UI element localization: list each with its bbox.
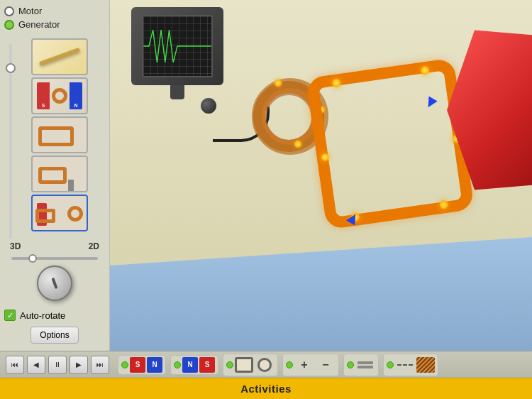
osc-wave-svg	[143, 16, 211, 76]
rotation-knob[interactable]	[37, 266, 72, 301]
coil-circle-button[interactable]	[255, 356, 275, 374]
indicator-dot-2	[174, 361, 181, 368]
thumbnail-item-4[interactable]	[31, 195, 88, 231]
osc-screen	[142, 15, 213, 77]
loop-glow-2	[420, 65, 430, 75]
magnet-n-button[interactable]: N	[147, 357, 162, 373]
minus-charge-button[interactable]: −	[316, 356, 336, 374]
activities-label[interactable]: Activities	[240, 383, 292, 395]
canvas-area: ▼ ▼	[110, 0, 532, 351]
dim-slider-track[interactable]	[11, 257, 98, 260]
auto-rotate-label: Auto-rotate	[20, 310, 65, 321]
tool-group-coil	[223, 354, 278, 376]
magnet-s-button[interactable]: S	[130, 357, 145, 373]
indicator-dot-4	[286, 361, 293, 368]
loop-rect-button[interactable]	[235, 357, 253, 373]
rotation-knob-area	[4, 266, 105, 301]
loop-glow-4	[439, 200, 449, 210]
oscilloscope	[131, 7, 223, 99]
radio-circle-generator	[4, 20, 14, 30]
tool-group-charges: + −	[282, 354, 339, 376]
options-button[interactable]: Options	[31, 327, 78, 344]
cable-ball	[201, 98, 216, 114]
pause-button[interactable]: ⏸	[48, 356, 67, 374]
activities-bar[interactable]: Activities	[0, 378, 532, 399]
indicator-dot-3	[226, 361, 233, 368]
osc-stand	[170, 85, 184, 99]
loop-glow-1	[332, 78, 342, 88]
tool-group-magnets-1: S N	[118, 355, 166, 375]
bottom-section: ⏮ ◀ ⏸ ▶ ⏭ S N N S	[0, 351, 532, 399]
field-rect-button[interactable]	[355, 356, 375, 374]
tool-group-field	[343, 354, 379, 376]
radio-circle-motor	[4, 6, 14, 16]
app-container: Motor Generator	[0, 0, 532, 399]
dim-slider-thumb[interactable]	[28, 254, 37, 263]
play-forward-button[interactable]: ▶	[70, 356, 88, 374]
label-3d: 3D	[10, 241, 21, 251]
label-2d: 2D	[89, 241, 99, 251]
plus-charge-button[interactable]: +	[294, 356, 314, 374]
coil-glow-1	[275, 80, 282, 87]
skip-to-start-button[interactable]: ⏮	[6, 356, 24, 374]
osc-body	[131, 7, 223, 85]
resistor-button[interactable]	[416, 357, 435, 373]
magnet-s2-button[interactable]: S	[199, 357, 215, 373]
indicator-dot-6	[387, 361, 394, 368]
mode-radio-group: Motor Generator	[4, 6, 105, 33]
main-area: Motor Generator	[0, 0, 532, 351]
loop-glow-6	[321, 153, 329, 161]
indicator-dot-5	[347, 361, 354, 368]
dim-labels: 3D 2D	[4, 241, 105, 251]
play-backward-button[interactable]: ◀	[27, 356, 45, 374]
dim-slider-area[interactable]	[4, 257, 105, 260]
thumbnail-item-1[interactable]: S N	[31, 77, 88, 114]
auto-rotate-toggle[interactable]: ✓ Auto-rotate	[4, 310, 105, 321]
square-loop	[306, 58, 475, 229]
table-surface	[110, 209, 532, 351]
radio-generator[interactable]: Generator	[4, 19, 105, 30]
skip-to-end-button[interactable]: ⏭	[91, 356, 109, 374]
coil-glow-3	[294, 141, 301, 148]
thumbnail-list: S N	[17, 38, 105, 241]
dashed-line-button[interactable]	[395, 356, 415, 374]
auto-rotate-checkbox[interactable]: ✓	[4, 310, 16, 321]
indicator-dot-1	[121, 361, 128, 368]
tool-group-magnets-2: N S	[170, 355, 218, 375]
thumbnail-item-2[interactable]	[31, 116, 88, 153]
thumbnail-item-3[interactable]	[31, 155, 88, 192]
playback-bar: ⏮ ◀ ⏸ ▶ ⏭ S N N S	[0, 351, 532, 378]
magnet-n2-button[interactable]: N	[182, 357, 198, 373]
thumbnail-item-0[interactable]	[31, 38, 88, 75]
radio-motor[interactable]: Motor	[4, 6, 105, 16]
radio-label-motor: Motor	[18, 6, 42, 16]
sidebar: Motor Generator	[0, 0, 110, 351]
toolbar-icons: S N N S	[112, 354, 526, 376]
radio-label-generator: Generator	[18, 19, 60, 30]
tool-group-circuit	[383, 354, 438, 376]
